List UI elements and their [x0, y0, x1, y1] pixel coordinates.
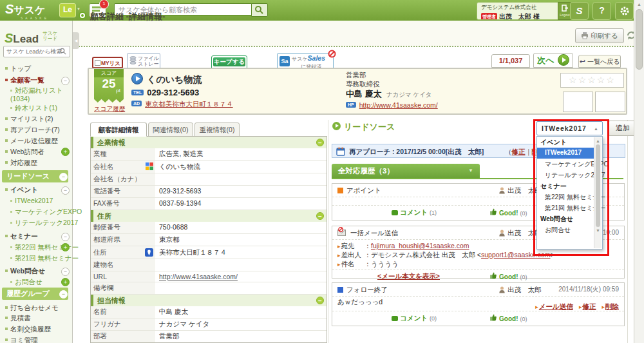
customer-person-kana: ナカジマ ケイタ [386, 91, 432, 98]
sort-up-icon: ▲ [594, 122, 599, 135]
scroll-up-icon[interactable]: ▲ [634, 2, 644, 6]
sidebar-item-event[interactable]: イベント [5, 186, 70, 195]
next-button[interactable]: 次へ [533, 53, 573, 68]
collapse-minus-icon[interactable]: − [61, 186, 70, 195]
comment-link[interactable]: コメント (1) [392, 208, 437, 217]
sidebar-item-reapproach[interactable]: 再アプローチ(7) [5, 126, 70, 135]
sidebar-item-card-exchange[interactable]: 名刺交換履歴 [5, 325, 70, 334]
tab-sasuke-sales[interactable]: Sa サスケSales に登録済 [277, 53, 334, 68]
good-button[interactable]: Good! (0) [490, 272, 527, 280]
collapse-minus-icon[interactable]: − [59, 290, 68, 299]
global-search-button[interactable] [251, 3, 268, 17]
sidebar-search-icon[interactable] [59, 48, 66, 55]
history-filter-tab[interactable]: 全対応履歴（3） ▼ [332, 164, 480, 178]
lead-logo[interactable]: SLead サスケ リード [5, 31, 57, 46]
dropdown-option-retailtech2017[interactable]: リテールテック2017 [537, 170, 602, 181]
star-icons: ☆☆☆☆☆ [569, 75, 616, 85]
sidebar-item-web-inquiry[interactable]: Web問合せ [5, 267, 70, 276]
app-logo[interactable]: Sサスケ SAASKE [5, 2, 49, 20]
section-collapse-icon[interactable]: − [316, 139, 324, 146]
tab-keep[interactable]: キープする [211, 55, 247, 68]
delete-link[interactable]: 削除 [605, 302, 619, 310]
show-mail-body-link[interactable]: <メール本文を表示> [377, 272, 440, 281]
tab-duplicate-info[interactable]: 重複情報(0) [194, 122, 240, 137]
dropdown-group-event: イベント [537, 137, 602, 148]
edit-link[interactable]: 修正 [582, 302, 596, 310]
back-to-list-button[interactable]: ↩ 一覧へ戻る [578, 55, 621, 68]
collapse-minus-icon[interactable]: − [61, 77, 70, 85]
mylist-checkbox[interactable] [95, 60, 100, 66]
collapse-minus-icon[interactable]: − [61, 233, 70, 241]
dropdown-option-inquiry[interactable]: お問合せ [537, 224, 602, 235]
settings-button[interactable] [615, 2, 634, 20]
sidebar-section-lead-source[interactable]: リードソース [2, 170, 68, 182]
sidebar-item-yomi[interactable]: ヨミ管理 [5, 336, 70, 343]
section-address: 住所− [91, 210, 327, 222]
send-mail-link[interactable]: メール送信 [539, 302, 573, 310]
sidebar-item-itweek2017[interactable]: ITWeek2017 [10, 197, 70, 204]
memo-box-2[interactable] [595, 92, 625, 112]
detail-url-link[interactable]: http://www.41saaske.com/ [159, 273, 238, 280]
section-collapse-icon[interactable]: − [316, 212, 324, 220]
tab-file-storage[interactable]: ファイルストレージ [127, 53, 160, 68]
dropdown-option-marketing-expo[interactable]: マーケティングEXPO [537, 159, 602, 170]
sidebar-item-top[interactable]: トップ [5, 64, 70, 74]
mail-to-link[interactable]: fujimura_houshi@41saaske.com [371, 242, 469, 250]
le-caret-down-icon[interactable]: ▼ [77, 7, 80, 11]
sidebar-section-history-group[interactable]: 履歴グループ [2, 288, 68, 300]
customer-url-link[interactable]: http://www.41saaske.com/ [359, 101, 438, 109]
page-scrollbar[interactable]: ▲ [634, 0, 644, 343]
collapse-minus-icon[interactable]: − [61, 268, 70, 276]
sidebar-item-marketing-expo[interactable]: マーケティングEXPO [10, 208, 70, 217]
sidebar-item-missed-list[interactable]: 対応漏れリスト(1034) [10, 86, 70, 103]
dropdown-option-itweek2017[interactable]: ITWeek2017 [537, 148, 595, 159]
good-button[interactable]: Good! (0) [490, 208, 527, 217]
expand-plus-icon[interactable]: ＋ [61, 278, 70, 286]
star-rating[interactable]: ☆☆☆☆☆ [560, 73, 624, 88]
dropdown-option-seminar21[interactable]: 第21回 無料セミナー [537, 202, 602, 213]
sidebar-item-my-list[interactable]: マイリスト(2) [5, 115, 70, 124]
play-icon[interactable] [131, 73, 143, 84]
sidebar-item-mail-history[interactable]: メール送信履歴 [5, 137, 70, 146]
sasuke-home-button[interactable]: S [570, 2, 589, 20]
customer-address-link[interactable]: 東京都美祢市大日町１８７４ [145, 100, 233, 108]
le-product-badge[interactable]: Le [59, 3, 76, 17]
appointment-marker-icon [337, 188, 343, 193]
sidebar-item-web-visitors[interactable]: Web訪問者 [5, 148, 70, 157]
dropdown-scroll-thumb[interactable] [596, 144, 600, 227]
lead-source-combobox[interactable]: ITWeek2017 ▲ [536, 121, 603, 135]
sidebar-item-all-customers[interactable]: 全顧客一覧 [5, 76, 70, 85]
tab-related-info[interactable]: 関連情報(0) [148, 122, 193, 137]
expand-plus-icon[interactable]: ＋ [61, 243, 70, 251]
expand-plus-icon[interactable]: ＋ [61, 148, 70, 156]
dropdown-scrollbar[interactable]: ▲ ▼ [594, 137, 601, 248]
tab-mylist[interactable]: MYリスト [92, 57, 123, 68]
score-history-link[interactable]: スコア履歴 [94, 105, 125, 113]
sidebar-item-seminar21[interactable]: 第21回 無料セミナー [10, 254, 70, 263]
sidebar-item-suzuki-list[interactable]: 鈴木リスト(1) [10, 104, 70, 113]
sidebar-item-meeting-memo[interactable]: 打ち合わせメモ [5, 304, 70, 313]
page-scroll-thumb[interactable] [636, 9, 643, 70]
sidebar-item-seminar[interactable]: セミナー [5, 232, 70, 241]
tab-customer-detail[interactable]: 顧客詳細情報 [90, 122, 147, 137]
sidebar-item-retailtech2017[interactable]: リテールテック2017 [10, 219, 70, 228]
collapse-minus-icon[interactable]: − [59, 173, 68, 181]
reapproach-edit-link[interactable]: 修正 [512, 148, 526, 155]
scroll-down-icon[interactable]: ▼ [594, 228, 601, 233]
mail-from-link[interactable]: support1@saaske.com [481, 251, 551, 259]
sidebar-collapse-handle[interactable]: ◀ [73, 32, 79, 49]
good-button[interactable]: Good! (0) [490, 314, 527, 322]
print-button[interactable]: 印刷する [575, 28, 624, 43]
section-collapse-icon[interactable]: − [316, 297, 324, 304]
memo-box-1[interactable] [563, 92, 593, 112]
sidebar-item-response-history[interactable]: 対応履歴 [5, 159, 70, 168]
map-pin-icon[interactable] [145, 248, 153, 257]
google-icon[interactable] [146, 162, 153, 170]
comment-link[interactable]: コメント (0) [392, 314, 437, 323]
sidebar-item-quotation[interactable]: 見積書 [5, 314, 70, 323]
dropdown-option-seminar22[interactable]: 第22回 無料セミナー [537, 191, 602, 202]
help-button[interactable]: ? [592, 2, 611, 20]
table-row: FAX番号0837-59-1394 [91, 198, 327, 210]
user-panel[interactable]: デモシステム株式会社 管理者 出茂 太郎 様 [477, 2, 559, 20]
scroll-up-icon[interactable]: ▲ [594, 139, 601, 143]
